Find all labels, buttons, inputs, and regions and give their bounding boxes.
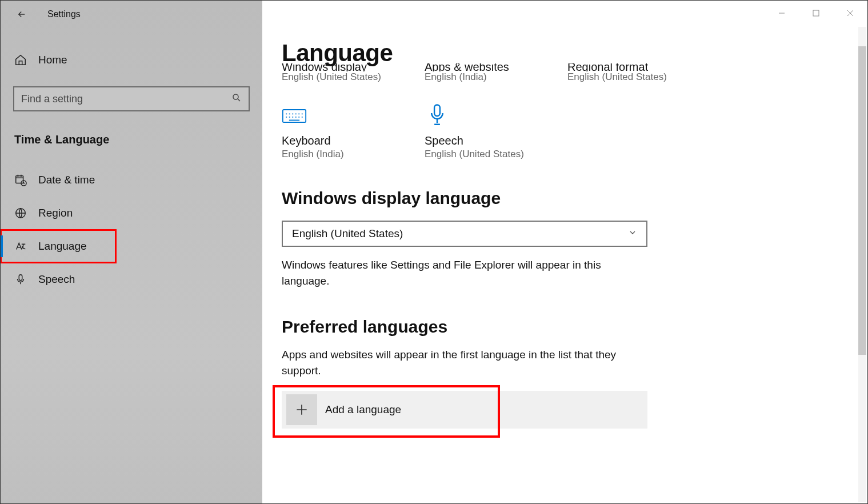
card-title: Regional format <box>567 63 648 71</box>
search-input[interactable] <box>21 93 231 105</box>
card-title: Speech <box>425 134 527 147</box>
sidebar-item-region[interactable]: Region <box>1 197 262 230</box>
overview-card-regional-format[interactable]: Regional format English (United States) <box>567 63 670 83</box>
sidebar-item-label: Speech <box>38 273 75 286</box>
svg-rect-4 <box>19 275 22 281</box>
sidebar-item-label: Region <box>38 207 73 219</box>
card-title: Keyboard <box>282 134 385 147</box>
search-wrap <box>13 86 250 111</box>
overview-card-keyboard[interactable]: Keyboard English (India) <box>282 106 385 160</box>
maximize-button[interactable] <box>799 1 833 26</box>
overview-card-speech[interactable]: Speech English (United States) <box>425 106 527 160</box>
sidebar-nav: Date & time Region Language Speech <box>1 163 262 296</box>
sidebar: Settings Home Time & Language Date & tim… <box>1 1 262 503</box>
microphone-icon <box>425 106 450 126</box>
preferred-languages-heading: Preferred languages <box>282 317 867 337</box>
card-subtitle: English (United States) <box>282 71 385 83</box>
overview-card-windows-display[interactable]: Windows display English (United States) <box>282 63 385 83</box>
svg-point-0 <box>233 94 238 99</box>
language-icon <box>14 240 27 253</box>
card-subtitle: English (United States) <box>567 71 670 83</box>
sidebar-item-label: Date & time <box>38 174 95 186</box>
page-title: Language <box>282 39 867 67</box>
display-language-heading: Windows display language <box>282 189 867 208</box>
svg-rect-1 <box>16 176 23 183</box>
display-language-helper: Windows features like Settings and File … <box>282 257 647 289</box>
display-language-dropdown[interactable]: English (United States) <box>282 221 647 247</box>
main-content: Language Windows display English (United… <box>262 1 867 503</box>
back-button[interactable] <box>17 9 27 19</box>
titlebar: Settings <box>1 1 262 28</box>
app-title: Settings <box>47 9 81 19</box>
overview-card-apps-websites[interactable]: Apps & websites English (India) <box>425 63 527 83</box>
home-icon <box>14 54 27 66</box>
card-title: Apps & websites <box>425 63 509 71</box>
sidebar-home[interactable]: Home <box>1 44 262 76</box>
sidebar-home-label: Home <box>38 54 67 66</box>
calendar-clock-icon <box>14 174 27 186</box>
sidebar-item-label: Language <box>38 240 87 253</box>
keyboard-icon <box>282 106 307 126</box>
card-subtitle: English (United States) <box>425 149 527 160</box>
globe-icon <box>14 207 27 219</box>
sidebar-item-language[interactable]: Language <box>1 230 116 263</box>
search-icon <box>231 93 242 105</box>
search-box[interactable] <box>13 86 250 111</box>
svg-rect-5 <box>813 10 819 16</box>
close-button[interactable] <box>833 1 867 26</box>
card-subtitle: English (India) <box>282 149 385 160</box>
microphone-icon <box>14 273 27 286</box>
svg-rect-7 <box>434 105 440 116</box>
window-controls <box>765 1 867 26</box>
overview-row-1: Windows display English (United States) … <box>282 63 682 83</box>
overview-row-2: Keyboard English (India) Speech English … <box>282 106 682 160</box>
chevron-down-icon <box>628 228 637 239</box>
minimize-button[interactable] <box>765 1 799 26</box>
sidebar-item-date-time[interactable]: Date & time <box>1 163 262 197</box>
sidebar-section-label: Time & Language <box>14 133 262 146</box>
card-subtitle: English (India) <box>425 71 527 83</box>
preferred-languages-helper: Apps and websites will appear in the fir… <box>282 347 647 378</box>
card-title: Windows display <box>282 63 367 71</box>
add-language-label: Add a language <box>325 403 401 416</box>
plus-icon <box>286 394 317 425</box>
sidebar-item-speech[interactable]: Speech <box>1 263 262 296</box>
add-language-button[interactable]: Add a language <box>282 391 647 429</box>
scrollbar-thumb[interactable] <box>858 46 866 355</box>
dropdown-selected-label: English (United States) <box>292 227 403 240</box>
